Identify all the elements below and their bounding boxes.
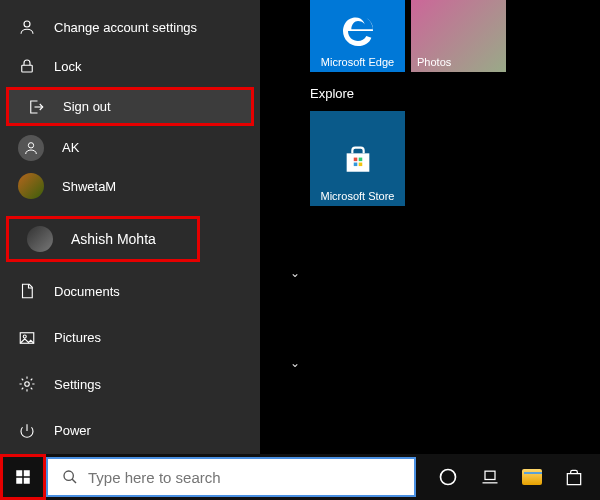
file-explorer-icon[interactable] <box>522 467 542 487</box>
tile-photos-label: Photos <box>417 56 451 68</box>
change-account-label: Change account settings <box>54 20 197 35</box>
svg-rect-9 <box>358 163 362 167</box>
svg-rect-1 <box>22 65 33 72</box>
svg-rect-11 <box>24 470 30 476</box>
change-account-settings[interactable]: Change account settings <box>0 8 260 47</box>
person-settings-icon <box>18 18 36 36</box>
svg-rect-16 <box>485 471 495 479</box>
current-user-item[interactable]: Ashish Mohta <box>6 216 200 263</box>
store-taskbar-icon[interactable] <box>564 467 584 487</box>
pictures-item[interactable]: Pictures <box>0 315 260 361</box>
search-input[interactable] <box>88 469 388 486</box>
chevron-down-icon[interactable]: ⌄ <box>290 266 300 280</box>
svg-rect-6 <box>353 158 357 162</box>
pictures-label: Pictures <box>54 330 101 345</box>
lock-label: Lock <box>54 59 81 74</box>
svg-rect-7 <box>358 158 362 162</box>
power-item[interactable]: Power <box>0 407 260 453</box>
start-menu-panel: Change account settings Lock Sign out AK… <box>0 0 260 454</box>
chevron-down-icon[interactable]: ⌄ <box>290 356 300 370</box>
avatar-image-icon <box>27 226 53 252</box>
windows-logo-icon <box>14 468 32 486</box>
tile-store-label: Microsoft Store <box>321 190 395 202</box>
settings-item[interactable]: Settings <box>0 361 260 407</box>
documents-item[interactable]: Documents <box>0 268 260 314</box>
settings-label: Settings <box>54 377 101 392</box>
svg-point-14 <box>64 471 73 480</box>
lock-item[interactable]: Lock <box>0 47 260 86</box>
other-user-ak[interactable]: AK <box>0 128 260 167</box>
lock-icon <box>18 57 36 75</box>
svg-point-5 <box>25 382 30 387</box>
documents-label: Documents <box>54 284 120 299</box>
power-icon <box>18 422 36 440</box>
svg-rect-8 <box>353 163 357 167</box>
tile-store[interactable]: Microsoft Store <box>310 111 405 206</box>
svg-point-4 <box>23 335 26 338</box>
search-icon <box>62 469 78 485</box>
svg-point-0 <box>24 21 30 27</box>
taskbar-icons <box>438 454 584 500</box>
avatar-image-icon <box>18 173 44 199</box>
current-user-label: Ashish Mohta <box>71 231 156 247</box>
other-user-shweta[interactable]: ShwetaM <box>0 167 260 206</box>
svg-rect-10 <box>16 470 22 476</box>
tile-photos[interactable]: Photos <box>411 0 506 72</box>
edge-icon <box>310 6 405 56</box>
document-icon <box>18 282 36 300</box>
gear-icon <box>18 375 36 393</box>
start-tiles-area: Microsoft Edge Photos Explore Microsoft … <box>310 0 506 206</box>
store-icon <box>310 128 405 190</box>
other-user-shweta-label: ShwetaM <box>62 179 116 194</box>
sign-out-item[interactable]: Sign out <box>6 87 254 126</box>
cortana-icon[interactable] <box>438 467 458 487</box>
sign-out-label: Sign out <box>63 99 111 114</box>
sign-out-icon <box>27 98 45 116</box>
tile-edge-label: Microsoft Edge <box>321 56 394 68</box>
taskbar <box>0 454 600 500</box>
svg-point-15 <box>441 470 456 485</box>
svg-point-2 <box>28 142 33 147</box>
screenshot-root: Change account settings Lock Sign out AK… <box>0 0 600 500</box>
svg-rect-13 <box>24 478 30 484</box>
pictures-icon <box>18 329 36 347</box>
task-view-icon[interactable] <box>480 467 500 487</box>
svg-rect-12 <box>16 478 22 484</box>
power-label: Power <box>54 423 91 438</box>
taskbar-search[interactable] <box>46 457 416 497</box>
tiles-section-explore: Explore <box>310 86 506 101</box>
other-user-ak-label: AK <box>62 140 79 155</box>
avatar-placeholder-icon <box>18 135 44 161</box>
start-button[interactable] <box>0 454 46 500</box>
tile-edge[interactable]: Microsoft Edge <box>310 0 405 72</box>
